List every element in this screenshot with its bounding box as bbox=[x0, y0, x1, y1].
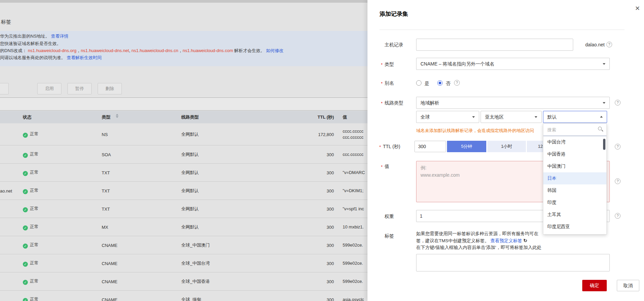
table-row[interactable]: ✓正常 SOA 全网默认 300 ccc.cccccc bbox=[0, 145, 367, 164]
row-type: CNAME bbox=[102, 261, 117, 266]
row-ttl: 300 bbox=[294, 206, 334, 211]
ns-address: ns1.huaweicloud-dns.cn bbox=[132, 48, 178, 53]
dropdown-item-turkey[interactable]: 土耳其 bbox=[543, 209, 606, 221]
row-line-type: 全球_中国台湾 bbox=[181, 260, 210, 266]
region-select-global[interactable]: 全球 bbox=[416, 111, 479, 123]
dropdown-search[interactable]: 搜索 bbox=[543, 124, 606, 136]
top-edge-strip bbox=[0, 0, 367, 3]
dropdown-item-hongkong[interactable]: 中国香港 bbox=[543, 148, 606, 160]
help-icon[interactable]: ? bbox=[454, 80, 460, 86]
chevron-down-icon bbox=[603, 63, 605, 65]
status-ok-icon: ✓ bbox=[23, 262, 28, 267]
status-badge: ✓正常 bbox=[23, 242, 39, 249]
row-line-type: 全网默认 bbox=[181, 206, 199, 212]
status-ok-icon: ✓ bbox=[23, 133, 28, 138]
help-icon[interactable]: ? bbox=[615, 178, 621, 184]
sort-icon[interactable] bbox=[116, 114, 118, 118]
view-effective-time-link[interactable]: 查看解析生效时间 bbox=[67, 55, 102, 60]
row-value: asia.osyclc bbox=[343, 297, 367, 301]
table-row[interactable]: ✓正常 MX 全网默认 300 10 mxbiz1. bbox=[0, 218, 367, 236]
line-type-select[interactable]: 地域解析 bbox=[416, 97, 610, 109]
host-record-input[interactable] bbox=[416, 39, 573, 51]
dropdown-item-macau[interactable]: 中国澳门 bbox=[543, 160, 606, 172]
status-ok-icon: ✓ bbox=[23, 171, 28, 176]
tag-key-value-input[interactable] bbox=[416, 254, 610, 271]
view-details-link[interactable]: 查看详情 bbox=[51, 34, 68, 39]
alias-no-label: 否 bbox=[446, 81, 450, 87]
ttl-input[interactable] bbox=[414, 141, 446, 152]
tags-label: 标签 bbox=[385, 233, 394, 239]
enable-button[interactable]: 启用 bbox=[37, 83, 61, 94]
table-row[interactable]: ✓正常 CNAME 全球_中国台湾 300 599e02ce. bbox=[0, 254, 367, 272]
help-icon[interactable]: ? bbox=[615, 100, 621, 105]
delete-button[interactable]: 删除 bbox=[98, 83, 122, 94]
row-line-type: 全网默认 bbox=[181, 131, 199, 137]
title-divider bbox=[380, 30, 625, 30]
status-ok-icon: ✓ bbox=[23, 225, 28, 230]
table-row[interactable]: ✓正常 CNAME 全球_中国香港 300 599e02ce. bbox=[0, 272, 367, 291]
table-row[interactable]: ✓正常 CNAME 全球_中国澳门 300 599e02ce. bbox=[0, 236, 367, 254]
row-value: cccc.cccccccc.cccccc bbox=[343, 128, 367, 140]
ns-address: ns1.huaweicloud-dns.net bbox=[81, 48, 129, 53]
table-row[interactable]: ✓正常 CNAME 全球_缅甸 300 asia.osyclc bbox=[0, 291, 367, 301]
ttl-1hour-button[interactable]: 1小时 bbox=[487, 141, 526, 152]
status-badge: ✓正常 bbox=[23, 224, 39, 230]
type-select[interactable]: CNAME – 将域名指向另外一个域名 bbox=[416, 58, 610, 70]
row-name-fragment: ao.net bbox=[0, 188, 15, 193]
row-value: 10 mxbiz1. bbox=[343, 224, 367, 230]
region-dropdown: 搜索 中国台湾 中国香港 中国澳门 日本 韩国 印度 土耳其 印度尼西亚 bbox=[543, 123, 607, 234]
how-to-modify-link[interactable]: 如何修改 bbox=[266, 48, 284, 53]
dropdown-item-korea[interactable]: 韩国 bbox=[543, 184, 606, 197]
row-ttl: 300 bbox=[294, 243, 334, 248]
alias-no-radio[interactable] bbox=[437, 80, 443, 86]
row-value: "v=DKIM1; bbox=[343, 188, 367, 194]
region-select-apac[interactable]: 亚太地区 bbox=[481, 111, 542, 123]
dropdown-item-indonesia[interactable]: 印度尼西亚 bbox=[543, 221, 606, 233]
type-label: 类型 bbox=[385, 61, 394, 68]
ttl-label: TTL (秒) bbox=[383, 144, 400, 150]
value-label: 值 bbox=[385, 164, 389, 170]
ttl-5min-button[interactable]: 5分钟 bbox=[447, 141, 486, 152]
alias-yes-radio[interactable] bbox=[416, 80, 422, 86]
help-icon[interactable]: ? bbox=[606, 42, 612, 47]
dropdown-item-japan-selected[interactable]: 日本 bbox=[543, 172, 606, 184]
row-type: TXT bbox=[102, 170, 110, 175]
row-value: 599e02ce. bbox=[343, 260, 367, 266]
domain-suffix: dalao.net bbox=[585, 42, 605, 47]
required-star: * bbox=[381, 81, 383, 86]
view-predefined-tags-link[interactable]: 查看预定义标签 bbox=[490, 238, 522, 243]
table-row[interactable]: ✓正常 TXT 全网默认 300 "v=DMARC bbox=[0, 164, 367, 182]
region-select-open[interactable]: 默认 bbox=[543, 111, 607, 123]
table-row[interactable]: ✓正常 TXT 全网默认 300 "v=spf1 inc bbox=[0, 200, 367, 218]
help-icon[interactable]: ? bbox=[615, 213, 621, 219]
banner-line-2: 您快速验证域名解析是否生效。 bbox=[0, 41, 61, 47]
row-ttl: 172,800 bbox=[294, 132, 334, 137]
chevron-down-icon bbox=[603, 102, 605, 104]
refresh-icon[interactable]: ↻ bbox=[524, 238, 528, 243]
table-row[interactable]: ao.net ✓正常 TXT 全网默认 300 "v=DKIM1; bbox=[0, 182, 367, 200]
close-icon[interactable]: ✕ bbox=[635, 5, 640, 12]
tab-tags[interactable]: 标签 bbox=[1, 19, 11, 25]
dropdown-item-taiwan[interactable]: 中国台湾 bbox=[543, 136, 606, 148]
pause-button[interactable]: 暂停 bbox=[67, 83, 92, 94]
dropdown-scrollbar[interactable] bbox=[603, 139, 605, 150]
table-row[interactable]: ✓正常 NS 全网默认 172,800 cccc.cccccccc.cccccc bbox=[0, 123, 367, 145]
row-ttl: 300 bbox=[294, 188, 334, 193]
dropdown-item-india[interactable]: 印度 bbox=[543, 197, 606, 209]
required-star: * bbox=[381, 164, 383, 169]
alias-label: 别名 bbox=[385, 80, 394, 86]
row-type: SOA bbox=[102, 152, 111, 157]
status-ok-icon: ✓ bbox=[23, 298, 28, 301]
row-ttl: 300 bbox=[294, 261, 334, 266]
record-table-body: ✓正常 NS 全网默认 172,800 cccc.cccccccc.cccccc… bbox=[0, 123, 367, 301]
status-badge: ✓正常 bbox=[23, 151, 39, 158]
help-icon[interactable]: ? bbox=[615, 144, 621, 149]
status-ok-icon: ✓ bbox=[23, 153, 28, 158]
row-line-type: 全球_缅甸 bbox=[181, 297, 201, 301]
banner-line-4: 间请以域名服务商处的说明为准。 查看解析生效时间 bbox=[0, 55, 102, 61]
partial-button[interactable] bbox=[0, 83, 9, 94]
confirm-button[interactable]: 确定 bbox=[582, 280, 607, 291]
cancel-button[interactable]: 取消 bbox=[617, 280, 639, 291]
required-star: * bbox=[381, 62, 383, 67]
chevron-down-icon bbox=[535, 116, 537, 118]
